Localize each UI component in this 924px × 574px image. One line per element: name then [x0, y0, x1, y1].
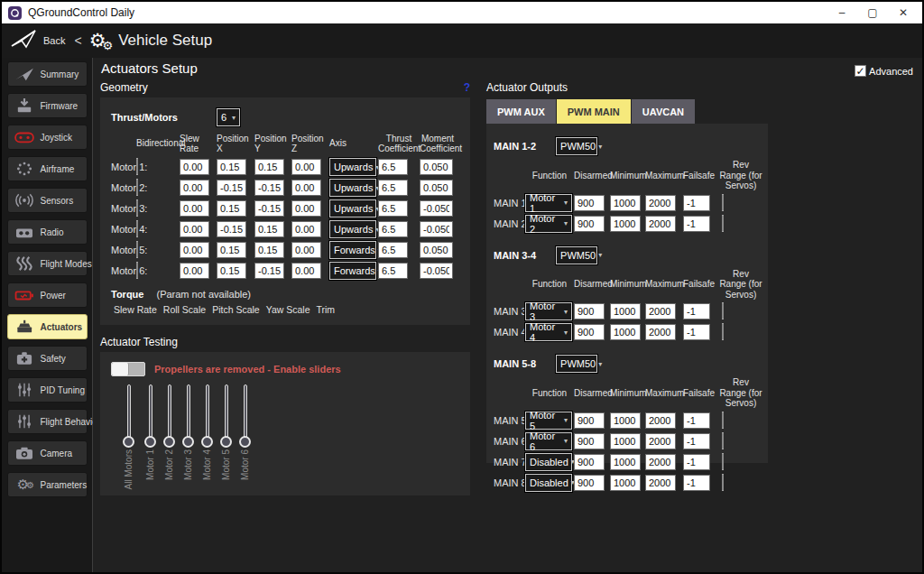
bidirectional-checkbox[interactable]: [136, 220, 138, 237]
advanced-checkbox[interactable]: ✓ Advanced: [855, 65, 913, 77]
position-y-input[interactable]: [254, 221, 284, 237]
sidebar-item-sensors[interactable]: Sensors: [7, 188, 88, 213]
pwm-rate-select[interactable]: PWM50▾: [556, 355, 597, 373]
maximum-input[interactable]: [645, 454, 676, 470]
moment-coefficient-input[interactable]: [420, 180, 453, 196]
thrust-coefficient-input[interactable]: [378, 242, 408, 258]
sidebar-item-airframe[interactable]: Airframe: [7, 156, 88, 181]
maximum-input[interactable]: [645, 303, 676, 319]
minimum-input[interactable]: [610, 303, 641, 319]
slider-knob[interactable]: [239, 436, 251, 448]
position-y-input[interactable]: [254, 159, 284, 175]
failsafe-input[interactable]: [683, 433, 710, 449]
slider-track[interactable]: [168, 384, 171, 439]
moment-coefficient-input[interactable]: [420, 221, 453, 237]
sidebar-item-actuators[interactable]: Actuators: [7, 314, 88, 339]
slider-track[interactable]: [149, 384, 152, 439]
disarmed-input[interactable]: [574, 412, 605, 429]
slider-track[interactable]: [206, 384, 209, 439]
thrust-coefficient-input[interactable]: [378, 221, 408, 237]
function-select[interactable]: Motor 5▾: [525, 412, 572, 430]
maximum-input[interactable]: [645, 475, 676, 491]
position-z-input[interactable]: [291, 263, 321, 279]
position-x-input[interactable]: [217, 200, 246, 217]
disarmed-input[interactable]: [574, 433, 605, 449]
bidirectional-checkbox[interactable]: [136, 179, 138, 196]
sidebar-item-radio[interactable]: Radio: [7, 219, 88, 245]
position-x-input[interactable]: [217, 159, 246, 175]
rev-range-checkbox[interactable]: [722, 302, 724, 319]
axis-select[interactable]: Upwards▾: [329, 179, 376, 197]
enable-sliders-toggle[interactable]: [111, 362, 145, 376]
slew-rate-input[interactable]: [180, 200, 209, 217]
disarmed-input[interactable]: [574, 216, 605, 232]
sidebar-item-safety[interactable]: Safety: [7, 346, 88, 371]
sidebar-item-parameters[interactable]: ⚙⚙ Parameters: [7, 472, 88, 497]
moment-coefficient-input[interactable]: [420, 263, 453, 279]
tab-pwm-main[interactable]: PWM MAIN: [557, 99, 631, 124]
checkbox-check-icon[interactable]: ✓: [855, 65, 866, 77]
thrust-coefficient-input[interactable]: [378, 263, 408, 279]
position-y-input[interactable]: [254, 180, 284, 196]
function-select[interactable]: Disabled▾: [525, 474, 572, 492]
slew-rate-input[interactable]: [180, 159, 209, 175]
thrust-coefficient-input[interactable]: [378, 180, 408, 196]
position-z-input[interactable]: [291, 200, 321, 217]
minimum-input[interactable]: [610, 433, 641, 449]
minimum-input[interactable]: [610, 324, 641, 340]
maximize-button[interactable]: ▢: [857, 3, 888, 23]
slider-knob[interactable]: [163, 436, 175, 448]
failsafe-input[interactable]: [683, 324, 710, 340]
position-x-input[interactable]: [217, 180, 246, 196]
slider-track[interactable]: [225, 384, 228, 439]
slew-rate-input[interactable]: [180, 263, 209, 279]
failsafe-input[interactable]: [683, 412, 710, 429]
minimum-input[interactable]: [610, 216, 641, 232]
axis-select[interactable]: Forwards▾: [329, 241, 376, 259]
rev-range-checkbox[interactable]: [722, 215, 724, 232]
minimum-input[interactable]: [610, 412, 641, 429]
bidirectional-checkbox[interactable]: [136, 199, 138, 217]
moment-coefficient-input[interactable]: [420, 200, 453, 217]
close-button[interactable]: ✕: [888, 3, 919, 23]
rev-range-checkbox[interactable]: [722, 412, 724, 429]
position-y-input[interactable]: [254, 263, 284, 279]
disarmed-input[interactable]: [574, 454, 605, 470]
position-z-input[interactable]: [291, 180, 321, 196]
moment-coefficient-input[interactable]: [420, 242, 453, 258]
bidirectional-checkbox[interactable]: [136, 241, 138, 258]
axis-select[interactable]: Upwards▾: [329, 158, 376, 176]
position-y-input[interactable]: [254, 242, 284, 258]
slider-knob[interactable]: [201, 436, 213, 448]
failsafe-input[interactable]: [683, 303, 710, 319]
pwm-rate-select[interactable]: PWM50▾: [556, 246, 597, 264]
maximum-input[interactable]: [645, 216, 676, 232]
disarmed-input[interactable]: [574, 324, 605, 340]
failsafe-input[interactable]: [683, 475, 710, 491]
failsafe-input[interactable]: [683, 454, 710, 470]
sidebar-item-summary[interactable]: Summary: [7, 61, 88, 87]
position-x-input[interactable]: [217, 221, 246, 237]
maximum-input[interactable]: [645, 412, 676, 429]
minimum-input[interactable]: [610, 475, 641, 491]
slider-knob[interactable]: [182, 436, 194, 448]
thrust-coefficient-input[interactable]: [378, 159, 408, 175]
minimize-button[interactable]: –: [827, 3, 857, 23]
rev-range-checkbox[interactable]: [722, 474, 724, 491]
position-y-input[interactable]: [254, 200, 284, 217]
minimum-input[interactable]: [610, 454, 641, 470]
slider-knob[interactable]: [144, 436, 156, 448]
disarmed-input[interactable]: [574, 195, 605, 211]
motor-count-select[interactable]: 6 ▾: [217, 108, 240, 126]
position-z-input[interactable]: [291, 221, 321, 237]
toggle-thumb[interactable]: [112, 363, 129, 375]
slew-rate-input[interactable]: [180, 242, 209, 258]
failsafe-input[interactable]: [683, 216, 710, 232]
function-select[interactable]: Disabled▾: [525, 453, 572, 471]
tab-uavcan[interactable]: UAVCAN: [632, 99, 695, 124]
maximum-input[interactable]: [645, 324, 676, 340]
back-button[interactable]: Back: [43, 35, 65, 46]
rev-range-checkbox[interactable]: [722, 453, 724, 470]
axis-select[interactable]: Upwards▾: [329, 199, 376, 218]
rev-range-checkbox[interactable]: [722, 194, 724, 211]
